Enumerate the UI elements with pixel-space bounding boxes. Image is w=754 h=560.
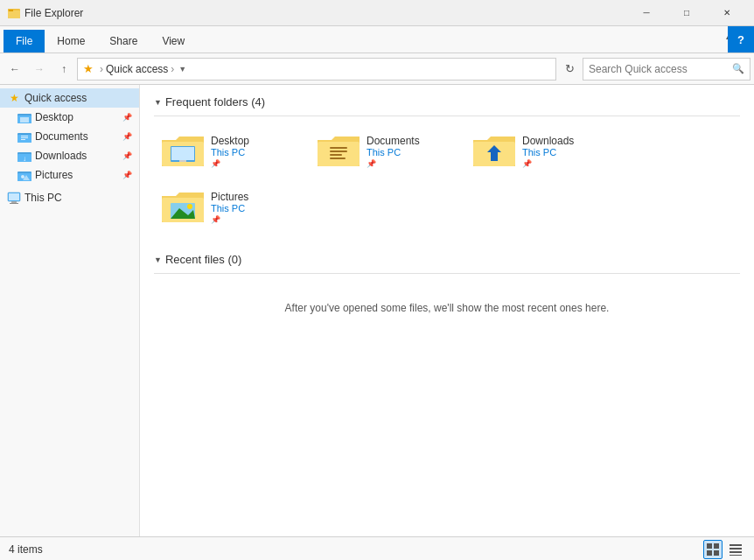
folder-item-documents[interactable]: Documents This PC 📌 xyxy=(310,127,458,176)
documents-folder-icon xyxy=(17,130,31,144)
frequent-folders-header: ▼ Frequent folders (4) xyxy=(154,92,740,116)
app-icon xyxy=(7,6,21,20)
folder-item-desktop[interactable]: Desktop This PC 📌 xyxy=(154,127,303,176)
frequent-folders-title: Frequent folders (4) xyxy=(165,95,265,108)
star-icon: ★ xyxy=(7,91,21,105)
frequent-folders-grid: Desktop This PC 📌 xyxy=(154,127,740,232)
sidebar-label-downloads: Downloads xyxy=(35,150,87,162)
sidebar-item-desktop[interactable]: Desktop 📌 xyxy=(0,108,139,127)
window-controls: ─ □ ✕ xyxy=(626,0,747,26)
main-layout: ★ Quick access Desktop 📌 xyxy=(0,85,754,536)
recent-files-section: ▼ Recent files (0) After you've opened s… xyxy=(154,249,740,332)
pictures-folder-icon-large xyxy=(162,189,204,226)
ribbon-tab-bar: File Home Share View ▲ ? xyxy=(0,26,754,52)
frequent-collapse-icon[interactable]: ▼ xyxy=(154,98,162,107)
downloads-folder-details: Downloads This PC 📌 xyxy=(522,135,574,168)
svg-rect-21 xyxy=(11,201,17,203)
minimize-button[interactable]: ─ xyxy=(626,0,667,26)
forward-button[interactable]: → xyxy=(28,58,51,80)
address-star-icon: ★ xyxy=(83,62,94,75)
recent-files-empty-message: After you've opened some files, we'll sh… xyxy=(154,284,740,332)
svg-rect-32 xyxy=(330,150,347,152)
svg-rect-50 xyxy=(730,555,742,556)
sidebar-label-desktop: Desktop xyxy=(35,111,73,123)
folder-item-pictures[interactable]: Pictures This PC 📌 xyxy=(154,183,303,232)
svg-rect-49 xyxy=(730,551,742,553)
documents-folder-icon-large xyxy=(318,133,360,170)
svg-rect-47 xyxy=(730,544,742,546)
documents-folder-pin: 📌 xyxy=(367,159,420,168)
maximize-button[interactable]: □ xyxy=(667,0,707,26)
desktop-folder-pin: 📌 xyxy=(211,159,249,168)
recent-files-header: ▼ Recent files (0) xyxy=(154,249,740,274)
svg-rect-20 xyxy=(9,193,19,200)
desktop-folder-sub: This PC xyxy=(211,147,249,158)
downloads-folder-sub: This PC xyxy=(522,147,574,158)
address-box[interactable]: ★ › This PC Quick access › ▼ xyxy=(77,58,556,80)
desktop-folder-icon-large xyxy=(162,133,204,170)
search-input[interactable] xyxy=(589,63,732,75)
tab-file[interactable]: File xyxy=(3,30,45,52)
sidebar-item-downloads[interactable]: ↓ Downloads 📌 xyxy=(0,146,139,165)
svg-rect-48 xyxy=(730,548,742,550)
empty-message-text: After you've opened some files, we'll sh… xyxy=(285,302,610,314)
tab-view[interactable]: View xyxy=(150,30,197,52)
pin-icon-documents: 📌 xyxy=(122,132,132,141)
ribbon: File Home Share View ▲ ? xyxy=(0,26,754,53)
large-icons-view-button[interactable] xyxy=(703,540,723,559)
svg-rect-22 xyxy=(10,203,18,204)
svg-rect-28 xyxy=(179,160,186,162)
svg-rect-3 xyxy=(9,10,13,11)
sidebar-label-documents: Documents xyxy=(35,130,88,143)
downloads-folder-icon: ↓ xyxy=(17,149,31,163)
status-bar: 4 items xyxy=(0,536,754,560)
svg-point-17 xyxy=(21,175,24,178)
pictures-folder-details: Pictures This PC 📌 xyxy=(211,191,248,224)
sidebar: ★ Quick access Desktop 📌 xyxy=(0,85,140,536)
list-view-button[interactable] xyxy=(726,540,745,559)
tab-home[interactable]: Home xyxy=(45,30,97,52)
pictures-folder-icon xyxy=(17,168,31,182)
address-dropdown-button[interactable]: ▼ xyxy=(178,65,186,74)
window-title: File Explorer xyxy=(24,7,626,19)
svg-rect-9 xyxy=(21,136,28,136)
svg-rect-6 xyxy=(20,117,29,122)
search-box[interactable]: 🔍 xyxy=(583,58,751,80)
svg-rect-33 xyxy=(330,154,342,156)
address-bar: ← → ↑ ★ › This PC Quick access › ▼ ↻ 🔍 xyxy=(0,53,754,85)
item-count: 4 items xyxy=(9,543,43,556)
svg-rect-27 xyxy=(171,147,194,160)
sidebar-item-quick-access[interactable]: ★ Quick access xyxy=(0,88,139,108)
documents-folder-name: Documents xyxy=(367,135,420,147)
svg-rect-11 xyxy=(21,139,25,140)
downloads-folder-name: Downloads xyxy=(522,135,574,147)
refresh-button[interactable]: ↻ xyxy=(558,58,581,80)
svg-point-41 xyxy=(187,204,192,209)
desktop-folder-details: Desktop This PC 📌 xyxy=(211,135,249,168)
svg-rect-10 xyxy=(21,137,28,138)
folder-item-downloads[interactable]: Downloads This PC 📌 xyxy=(465,127,614,176)
title-bar: File Explorer ─ □ ✕ xyxy=(0,0,754,26)
downloads-folder-pin: 📌 xyxy=(522,159,574,168)
help-button[interactable]: ? xyxy=(728,26,754,52)
sidebar-label-quick-access: Quick access xyxy=(24,92,87,104)
this-pc-icon xyxy=(7,191,21,205)
pin-icon-downloads: 📌 xyxy=(122,151,132,160)
address-separator: › xyxy=(100,63,103,75)
svg-rect-34 xyxy=(330,158,346,159)
recent-files-title: Recent files (0) xyxy=(165,253,241,266)
up-button[interactable]: ↑ xyxy=(52,58,75,80)
close-button[interactable]: ✕ xyxy=(707,0,747,26)
svg-rect-45 xyxy=(707,550,712,556)
content-area: ▼ Frequent folders (4) xyxy=(140,85,754,536)
svg-rect-31 xyxy=(330,147,347,149)
sidebar-item-documents[interactable]: Documents 📌 xyxy=(0,127,139,146)
svg-rect-46 xyxy=(714,550,719,556)
sidebar-item-pictures[interactable]: Pictures 📌 xyxy=(0,165,139,185)
sidebar-label-this-pc: This PC xyxy=(24,192,62,204)
recent-collapse-icon[interactable]: ▼ xyxy=(154,256,162,264)
sidebar-label-pictures: Pictures xyxy=(35,169,73,181)
back-button[interactable]: ← xyxy=(3,58,26,80)
tab-share[interactable]: Share xyxy=(97,30,150,52)
sidebar-item-this-pc[interactable]: This PC xyxy=(0,188,139,207)
